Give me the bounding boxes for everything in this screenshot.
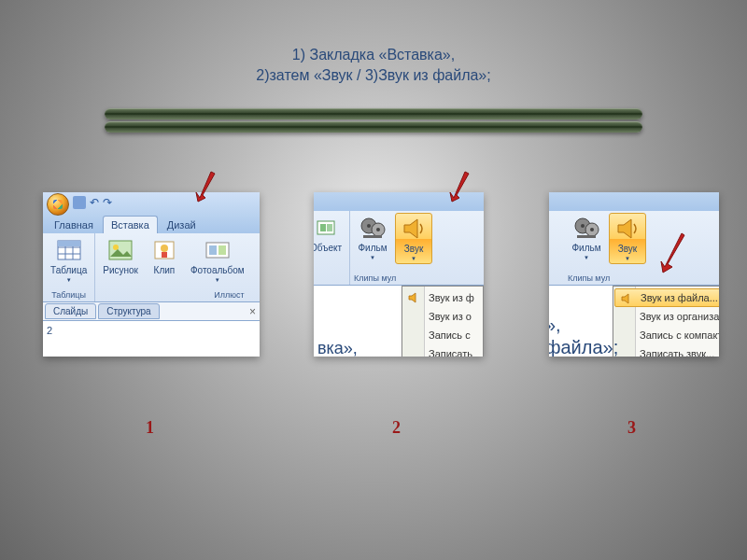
svg-rect-21 xyxy=(363,235,382,238)
photoalbum-button[interactable]: Фотоальбом ▼ xyxy=(187,235,248,285)
group-label-illust: Иллюст xyxy=(99,288,247,300)
title-line-2: 2)затем «Звук / 3)Звук из файла»; xyxy=(0,65,747,86)
svg-point-9 xyxy=(161,245,168,252)
slide-text-partial: вка», xyxy=(317,339,358,357)
speaker-small-icon xyxy=(620,292,635,307)
picture-icon xyxy=(107,237,134,263)
speaker-small-icon xyxy=(407,291,422,306)
red-arrow-2 xyxy=(446,170,474,207)
pane-tab-slides[interactable]: Слайды xyxy=(45,303,96,319)
menu-record-sound[interactable]: Записать xyxy=(402,344,483,357)
ribbon: Объект Фильм ▼ Звук ▼ xyxy=(314,211,484,286)
svg-point-25 xyxy=(590,228,594,231)
dropdown-arrow-icon: ▼ xyxy=(584,255,589,260)
svg-rect-13 xyxy=(218,245,226,255)
table-label: Таблица xyxy=(50,265,87,275)
svg-rect-16 xyxy=(327,224,332,231)
menu-sound-from-organizer[interactable]: Звук из организато xyxy=(613,307,719,326)
photoalbum-label: Фотоальбом xyxy=(190,265,245,275)
sound-button[interactable]: Звук ▼ xyxy=(395,213,432,264)
step-label-3: 3 xyxy=(627,418,636,438)
svg-point-24 xyxy=(581,224,585,228)
screenshot-2: Объект Фильм ▼ Звук ▼ xyxy=(314,192,484,357)
group-label-tables: Таблицы xyxy=(47,288,91,300)
slide-text-partial-1: », xyxy=(549,315,561,336)
red-arrow-1 xyxy=(192,170,220,207)
svg-point-19 xyxy=(367,224,371,228)
svg-rect-10 xyxy=(162,252,167,258)
clip-label: Клип xyxy=(154,265,176,275)
picture-label: Рисунок xyxy=(103,265,138,275)
sound-label: Звук xyxy=(404,244,424,254)
object-icon xyxy=(314,215,339,241)
dropdown-arrow-icon: ▼ xyxy=(215,277,220,283)
qat-save-icon[interactable] xyxy=(73,196,86,209)
ribbon: Фильм ▼ Звук ▼ Клипы мул xyxy=(549,211,719,286)
svg-rect-5 xyxy=(58,241,80,246)
group-label-media: Клипы мул xyxy=(354,272,432,283)
table-icon xyxy=(56,237,82,263)
film-button[interactable]: Фильм ▼ xyxy=(568,213,605,262)
title-line-1: 1) Закладка «Вставка», xyxy=(0,45,747,65)
tab-home[interactable]: Главная xyxy=(47,217,101,233)
tab-design[interactable]: Дизай xyxy=(160,217,204,233)
object-label: Объект xyxy=(314,243,342,253)
speaker-icon xyxy=(401,216,427,242)
instruction-title: 1) Закладка «Вставка», 2)затем «Звук / 3… xyxy=(0,45,747,87)
ribbon-group-illustrations: Рисунок Клип Фотоальбом ▼ Иллюст xyxy=(95,233,251,301)
menu-label: Звук из ф xyxy=(429,292,474,303)
svg-rect-26 xyxy=(577,235,596,238)
office-orb-button[interactable] xyxy=(47,193,69,216)
qat-redo-icon[interactable]: ↷ xyxy=(103,196,112,209)
dropdown-arrow-icon: ▼ xyxy=(66,277,72,283)
svg-point-20 xyxy=(376,228,380,231)
ribbon: Таблица ▼ Таблицы Рисунок Клип xyxy=(43,233,260,302)
film-button[interactable]: Фильм ▼ xyxy=(354,213,391,262)
slide-text-partial-2: файла»; xyxy=(549,337,618,357)
dropdown-arrow-icon: ▼ xyxy=(370,255,375,260)
menu-record-sound[interactable]: Записать звук... xyxy=(613,344,719,357)
sound-label: Звук xyxy=(618,244,638,254)
slide-number: 2 xyxy=(43,321,62,357)
clip-button[interactable]: Клип xyxy=(146,235,183,277)
menu-label: Звук из файла... xyxy=(641,292,718,303)
menu-sound-from-file[interactable]: Звук из ф xyxy=(402,288,483,307)
clip-icon xyxy=(151,237,177,263)
svg-rect-12 xyxy=(209,245,217,255)
picture-button[interactable]: Рисунок xyxy=(99,235,142,277)
ribbon-tabstrip: Главная Вставка Дизай xyxy=(43,213,260,233)
ribbon-group-media: Фильм ▼ Звук ▼ Клипы мул xyxy=(350,211,436,285)
ribbon-group-text: Объект xyxy=(314,211,350,285)
menu-record-from-cd[interactable]: Запись с xyxy=(402,326,483,344)
pane-close-icon[interactable]: × xyxy=(249,305,256,318)
film-icon xyxy=(359,215,386,241)
tab-insert[interactable]: Вставка xyxy=(103,216,158,233)
qat-undo-icon[interactable]: ↶ xyxy=(90,196,99,209)
svg-rect-15 xyxy=(320,224,326,231)
red-arrow-3 xyxy=(659,231,687,278)
window-titlebar: ↶ ↷ xyxy=(43,192,260,213)
ribbon-group-media: Фильм ▼ Звук ▼ Клипы мул xyxy=(549,211,650,285)
step-label-2: 2 xyxy=(392,418,401,438)
sound-button[interactable]: Звук ▼ xyxy=(609,213,646,264)
screenshot-1: ↶ ↷ Главная Вставка Дизай Таблица ▼ Табл… xyxy=(43,192,260,357)
ribbon-tabstrip-partial xyxy=(549,192,719,211)
dropdown-arrow-icon: ▼ xyxy=(411,256,416,261)
dropdown-arrow-icon: ▼ xyxy=(625,256,630,261)
menu-sound-from-file[interactable]: Звук из файла... xyxy=(614,288,719,307)
menu-sound-from-organizer[interactable]: Звук из о xyxy=(402,307,483,326)
speaker-icon xyxy=(614,216,641,242)
pane-tab-structure[interactable]: Структура xyxy=(98,303,159,319)
film-label: Фильм xyxy=(359,243,388,253)
step-label-1: 1 xyxy=(146,418,154,438)
decorative-divider xyxy=(105,108,642,134)
table-button[interactable]: Таблица ▼ xyxy=(47,235,91,285)
menu-record-from-cd[interactable]: Запись с компакт-д xyxy=(613,326,719,344)
sound-dropdown-menu: Звук из ф Звук из о Запись с Записать xyxy=(402,286,484,357)
object-button[interactable]: Объект xyxy=(314,213,345,255)
photoalbum-icon xyxy=(204,237,231,263)
ribbon-group-tables: Таблица ▼ Таблицы xyxy=(43,233,95,301)
slide-pane-tabs: Слайды Структура × xyxy=(43,302,260,321)
film-icon xyxy=(573,215,599,241)
group-label-media: Клипы мул xyxy=(568,272,646,283)
